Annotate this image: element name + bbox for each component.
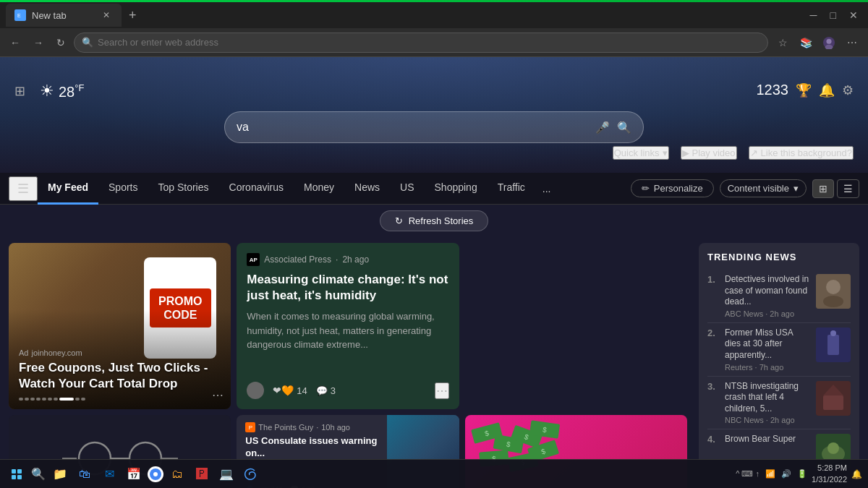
trending-headline-3: NTSB investigating crash that left 4 chi… (725, 381, 810, 415)
dot-2 (25, 398, 29, 401)
trending-source-3: NBC News · 2h ago (725, 416, 810, 424)
trending-item-2[interactable]: 2. Former Miss USA dies at 30 after appa… (707, 323, 851, 377)
mic-icon[interactable]: 🎤 (595, 121, 610, 134)
notification-icon[interactable]: 🔔 (819, 82, 835, 98)
trending-text-2: Former Miss USA dies at 30 after apparen… (725, 328, 810, 372)
list-view-button[interactable]: ☰ (837, 179, 859, 198)
nav-item-traffic[interactable]: Traffic (488, 173, 535, 205)
taskbar-app2-icon[interactable]: 💻 (216, 463, 237, 485)
back-button[interactable]: ← (6, 34, 25, 51)
win-quad-2 (17, 469, 22, 474)
source-logo: P (245, 422, 255, 432)
svg-point-15 (830, 330, 836, 336)
dot-10 (81, 398, 85, 401)
maximize-button[interactable]: □ (826, 7, 841, 24)
play-video-button[interactable]: ▶ Play video (681, 146, 737, 160)
forward-button[interactable]: → (29, 34, 48, 51)
system-tray-icons: ^ ⌨ ↑ (736, 469, 760, 479)
apps-grid-button[interactable]: ⊞ (14, 83, 25, 99)
notification-center-icon[interactable]: 🔔 (851, 469, 862, 479)
tab-close-btn[interactable]: ✕ (100, 9, 113, 22)
news-more-button[interactable]: ⋯ (435, 382, 449, 399)
nav-item-coronavirus[interactable]: Coronavirus (219, 173, 294, 205)
trending-img-2 (816, 328, 851, 362)
taskbar-explorer-icon[interactable]: 🗂 (166, 463, 188, 485)
hero-weather-widget[interactable]: ☀ 28°F (40, 82, 84, 100)
nav-more-button[interactable]: ... (535, 183, 558, 194)
taskbar-system-tray: ^ ⌨ ↑ 📶 🔊 🔋 (736, 469, 807, 479)
taskbar-calendar-icon[interactable]: 📅 (123, 463, 145, 485)
taskbar-edge-icon[interactable] (240, 463, 262, 485)
win-quad-1 (12, 469, 16, 474)
browser-controls: ← → ↻ 🔍 ☆ 📚 ⋯ (0, 28, 868, 57)
taskbar-chrome-icon[interactable] (148, 466, 163, 482)
windows-logo (12, 469, 22, 479)
address-bar[interactable]: 🔍 (74, 33, 768, 53)
refresh-stories-button[interactable]: ↻ Refresh Stories (380, 210, 489, 231)
nav-item-money[interactable]: Money (294, 173, 344, 205)
main-search-input[interactable] (237, 121, 588, 134)
svg-point-21 (827, 442, 839, 454)
trending-num-2: 2. (707, 328, 719, 338)
news-card[interactable]: AP Associated Press · 2h ago Measuring c… (237, 243, 459, 409)
trending-item-3[interactable]: 3. NTSB investigating crash that left 4 … (707, 377, 851, 430)
taskbar: 🔍 📁 🛍 ✉ 📅 🗂 🅿 💻 ^ ⌨ ↑ 📶 🔊 🔋 5:28 PM 1/31… (0, 459, 868, 488)
reaction-group[interactable]: ❤🧡 14 (273, 385, 307, 396)
trending-num-4: 4. (707, 434, 719, 445)
content-area: PROMO CODE Ad joinhoney.com Free Coupons… (0, 237, 868, 488)
trophy-icon[interactable]: 🏆 (796, 82, 812, 98)
more-options-button[interactable]: ⋯ (842, 33, 862, 53)
taskbar-clock[interactable]: 5:28 PM 1/31/2022 (812, 463, 847, 485)
nav-item-us[interactable]: US (390, 173, 424, 205)
nav-hamburger-button[interactable]: ☰ (9, 176, 38, 201)
grid-view-button[interactable]: ⊞ (812, 179, 834, 198)
nav-item-news[interactable]: News (344, 173, 390, 205)
news-headline: Measuring climate change: It's not just … (247, 272, 448, 304)
taskbar-app1-icon[interactable]: 🅿 (191, 463, 213, 485)
taskbar-files-icon[interactable]: 📁 (49, 463, 71, 485)
address-input[interactable] (98, 37, 760, 48)
active-tab[interactable]: E New tab ✕ (6, 4, 122, 27)
dot-5 (42, 398, 46, 401)
refresh-button[interactable]: ↻ (52, 34, 69, 51)
right-sidebar: TRENDING NEWS 1. Detectives involved in … (693, 237, 859, 488)
settings-icon[interactable]: ⚙ (842, 82, 854, 98)
taskbar-mail-icon[interactable]: ✉ (98, 463, 120, 485)
collections-button[interactable]: 📚 (796, 33, 816, 53)
start-button[interactable] (6, 463, 27, 485)
promo-card-image: PROMO CODE Ad joinhoney.com Free Coupons… (9, 243, 231, 409)
nav-item-my-feed[interactable]: My Feed (38, 173, 98, 205)
quick-links-button[interactable]: Quick links ▾ (613, 146, 669, 160)
new-tab-button[interactable]: + (124, 8, 141, 23)
trending-headline-4: Brown Bear Super (725, 434, 810, 445)
minimize-button[interactable]: ─ (806, 7, 822, 24)
nav-right-controls: ✏ Personalize Content visible ▾ ⊞ ☰ (631, 179, 859, 198)
svg-rect-14 (827, 335, 839, 355)
main-search-bar[interactable]: 🎤 🔍 (224, 111, 644, 143)
personalize-button[interactable]: ✏ Personalize (631, 179, 714, 197)
card-more-button[interactable]: ⋯ (212, 388, 224, 402)
nav-item-shopping[interactable]: Shopping (425, 173, 488, 205)
nav-item-top-stories[interactable]: Top Stories (148, 173, 218, 205)
comment-group[interactable]: 💬 3 (316, 385, 336, 396)
promo-card[interactable]: PROMO CODE Ad joinhoney.com Free Coupons… (9, 243, 231, 409)
svg-point-11 (826, 280, 841, 294)
search-submit-icon[interactable]: 🔍 (617, 121, 631, 134)
trending-img-3 (816, 381, 851, 416)
close-button[interactable]: ✕ (845, 7, 862, 24)
trending-num-1: 1. (707, 274, 719, 285)
like-background-button[interactable]: ↗ Like this background? (749, 146, 854, 160)
content-visible-dropdown[interactable]: Content visible ▾ (720, 179, 807, 197)
profile-button[interactable] (819, 33, 839, 53)
svg-point-23 (153, 472, 158, 476)
favorites-button[interactable]: ☆ (773, 33, 793, 53)
nav-item-sports[interactable]: Sports (98, 173, 148, 205)
top-widgets: ⊞ ☀ 28°F 1233 🏆 🔔 ⚙ (0, 74, 868, 108)
battery-icon: 🔋 (797, 469, 807, 479)
dot-9 (75, 398, 80, 401)
taskbar-store-icon[interactable]: 🛍 (74, 463, 95, 485)
card-source: P The Points Guy · 10h ago (245, 422, 378, 432)
comment-icon: 💬 (316, 385, 328, 396)
taskbar-search-button[interactable]: 🔍 (27, 463, 49, 485)
trending-item-1[interactable]: 1. Detectives involved in case of woman … (707, 270, 851, 323)
